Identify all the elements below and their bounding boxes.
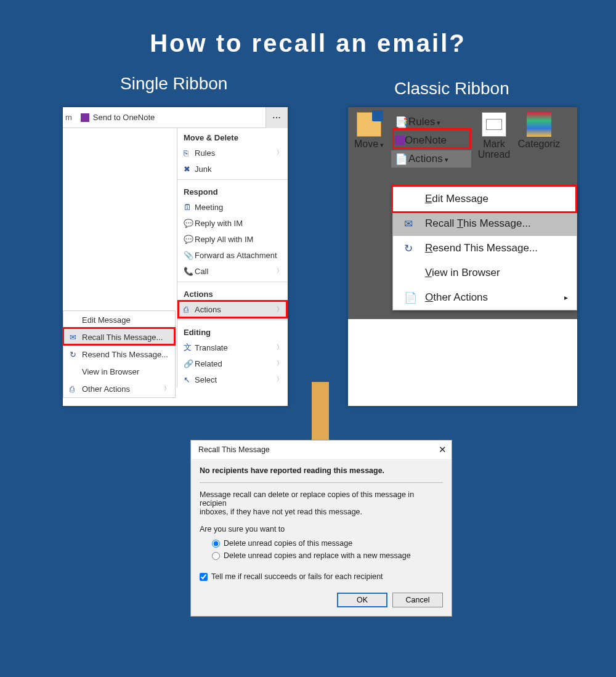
categorize-group[interactable]: Categoriz (517, 112, 561, 190)
actions-icon: 📄 (395, 153, 408, 166)
drop-other-actions[interactable]: 📄 Other Actions ▸ (393, 285, 577, 310)
menu-call[interactable]: 📞 Call 〉 (177, 263, 288, 279)
attachment-icon: 📎 (184, 251, 195, 260)
envelope-icon (482, 112, 506, 137)
menu-translate[interactable]: 文 Translate 〉 (177, 339, 288, 355)
rules-icon: 📑 (395, 116, 408, 129)
translate-icon: 文 (184, 342, 195, 353)
menu-forward-attachment[interactable]: 📎 Forward as Attachment (177, 247, 288, 263)
submenu-edit-label: Edit Message (82, 315, 131, 325)
dialog-status: No recipients have reported reading this… (200, 466, 443, 475)
submenu-other-actions[interactable]: ⎙ Other Actions 〉 (63, 380, 175, 397)
menu-call-label: Call (195, 267, 208, 276)
submenu-recall-label: Recall This Message... (82, 333, 163, 342)
menu-select[interactable]: ↖ Select 〉 (177, 371, 288, 387)
folder-move-icon (357, 112, 381, 137)
submenu-resend-message[interactable]: ↻ Resend This Message... (63, 346, 175, 363)
menu-related-label: Related (195, 359, 222, 368)
other-icon: ⎙ (70, 384, 82, 394)
move-group[interactable]: Move ▾ (348, 112, 390, 190)
ribbon-middle-stack: 📑 Rules OneNote 📄 Actions (391, 112, 471, 190)
actions-icon: ⎙ (184, 305, 195, 314)
resend-icon: ↻ (404, 242, 425, 255)
ok-button[interactable]: OK (337, 593, 387, 607)
actions-dropdown: Edit Message ✉ Recall This Message... ↻ … (392, 186, 577, 310)
cancel-button[interactable]: Cancel (392, 593, 443, 607)
submenu-view-browser[interactable]: View in Browser (63, 363, 175, 380)
menu-forward-att-label: Forward as Attachment (195, 251, 277, 260)
chevron-right-icon: 〉 (164, 384, 170, 393)
categorize-icon (527, 112, 551, 137)
im-icon: 💬 (184, 219, 195, 228)
drop-recall-label: Recall This Message... (425, 217, 531, 230)
chevron-right-icon: ▸ (564, 293, 568, 302)
drop-edit-label: Edit Message (425, 193, 488, 205)
chevron-right-icon: 〉 (277, 148, 283, 157)
submenu-recall-message[interactable]: ✉ Recall This Message... (63, 328, 175, 346)
chevron-right-icon: 〉 (277, 375, 283, 384)
check-tell-me[interactable]: Tell me if recall succeeds or fails for … (200, 570, 443, 583)
im-icon: 💬 (184, 235, 195, 244)
move-label: Move ▾ (354, 139, 384, 150)
menu-translate-label: Translate (195, 343, 228, 352)
dialog-explain-1: Message recall can delete or replace cop… (200, 490, 443, 508)
onenote-icon (395, 136, 405, 145)
menu-related[interactable]: 🔗 Related 〉 (177, 355, 288, 371)
radio-delete-copies[interactable]: Delete unread copies of this message (200, 537, 443, 549)
menu-meeting-label: Meeting (195, 203, 223, 212)
drop-recall-message[interactable]: ✉ Recall This Message... (393, 211, 577, 236)
drop-resend-message[interactable]: ↻ Resend This Message... (393, 236, 577, 261)
check-tell-me-input[interactable] (200, 573, 208, 581)
classic-ribbon-label: Classic Ribbon (394, 79, 509, 99)
recall-icon: ✉ (404, 217, 425, 230)
menu-junk[interactable]: ✖ Junk (177, 161, 288, 177)
submenu-view-label: View in Browser (82, 367, 139, 376)
menu-rules[interactable]: ⎘ Rules 〉 (177, 145, 288, 161)
menu-reply-all-im[interactable]: 💬 Reply All with IM (177, 231, 288, 247)
resend-icon: ↻ (70, 350, 82, 359)
title-fragment: m (65, 113, 72, 122)
rules-icon: ⎘ (184, 148, 195, 158)
close-icon[interactable]: ✕ (439, 444, 447, 455)
radio-delete-input[interactable] (212, 540, 220, 548)
menu-actions-label: Actions (195, 305, 221, 314)
ribbon-actions[interactable]: 📄 Actions (391, 150, 471, 168)
classic-ribbon-panel: Move ▾ 📑 Rules OneNote 📄 Actions Mark Un… (348, 107, 577, 406)
menu-actions[interactable]: ⎙ Actions 〉 (177, 301, 288, 317)
recall-dialog: Recall This Message ✕ No recipients have… (190, 440, 452, 617)
menu-reply-im-label: Reply with IM (195, 219, 243, 228)
chevron-right-icon: 〉 (277, 267, 283, 275)
onenote-label: OneNote (405, 134, 447, 147)
ribbon-bar: Move ▾ 📑 Rules OneNote 📄 Actions Mark Un… (348, 107, 577, 190)
chevron-right-icon: 〉 (277, 305, 283, 314)
recall-icon: ✉ (70, 333, 82, 342)
menu-junk-label: Junk (195, 164, 211, 174)
submenu-edit-message[interactable]: Edit Message (63, 311, 175, 328)
menu-reply-im[interactable]: 💬 Reply with IM (177, 215, 288, 231)
menu-meeting[interactable]: 🗓 Meeting (177, 199, 288, 215)
other-icon: 📄 (404, 291, 425, 304)
rules-label: Rules (408, 116, 440, 128)
page-title: How to recall an email? (0, 30, 616, 57)
radio-replace-input[interactable] (212, 552, 220, 560)
chevron-right-icon: 〉 (277, 359, 283, 368)
cursor-icon: ↖ (184, 375, 195, 384)
phone-icon: 📞 (184, 267, 195, 276)
radio-delete-replace[interactable]: Delete unread copies and replace with a … (200, 549, 443, 562)
mark-unread-label: Mark Unread (478, 139, 510, 160)
more-dots-button[interactable]: ··· (265, 107, 288, 128)
send-to-onenote-button[interactable]: Send to OneNote (93, 113, 155, 122)
dialog-titlebar: Recall This Message ✕ (191, 440, 452, 459)
menu-reply-all-im-label: Reply All with IM (195, 235, 253, 244)
ribbon-rules[interactable]: 📑 Rules (391, 113, 471, 131)
submenu-resend-label: Resend This Message... (82, 350, 168, 359)
group-move-delete: Move & Delete (177, 128, 288, 145)
drop-other-label: Other Actions (425, 291, 488, 304)
drop-edit-message[interactable]: Edit Message (393, 187, 577, 211)
menu-select-label: Select (195, 375, 217, 384)
drop-view-browser[interactable]: View in Browser (393, 261, 577, 285)
ribbon-onenote[interactable]: OneNote (391, 132, 471, 149)
drop-view-label: View in Browser (425, 267, 500, 279)
dialog-prompt: Are you sure you want to (200, 525, 443, 533)
mark-unread-group[interactable]: Mark Unread (471, 112, 517, 190)
